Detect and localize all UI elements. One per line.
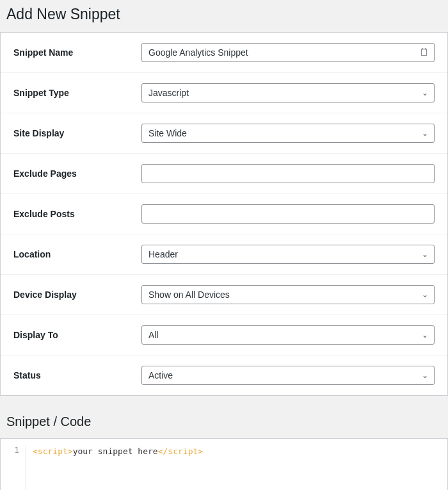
status-select[interactable]: Active Inactive bbox=[141, 366, 435, 385]
display-to-select[interactable]: All Logged In Logged Out bbox=[141, 325, 435, 345]
code-text: your snippet here bbox=[73, 445, 158, 459]
location-wrap: Header Footer Body ⌄ bbox=[141, 245, 435, 264]
snippet-type-wrap: Javascript CSS HTML PHP ⌄ bbox=[141, 83, 435, 102]
site-display-label: Site Display bbox=[13, 128, 141, 138]
page-title: Add New Snippet bbox=[0, 0, 448, 32]
device-display-select[interactable]: Show on All Devices Mobile Only Desktop … bbox=[141, 285, 435, 304]
location-row: Location Header Footer Body ⌄ bbox=[1, 234, 447, 275]
code-line-1: <script>your snippet here</script> bbox=[33, 445, 441, 459]
location-select[interactable]: Header Footer Body bbox=[141, 245, 435, 264]
device-display-row: Device Display Show on All Devices Mobil… bbox=[1, 275, 447, 315]
code-content: <script>your snippet here</script> bbox=[26, 445, 447, 490]
device-display-wrap: Show on All Devices Mobile Only Desktop … bbox=[141, 285, 435, 304]
snippet-name-row: Snippet Name 🗒 bbox=[1, 33, 447, 73]
line-number-1: 1 bbox=[14, 445, 19, 455]
snippet-name-icon: 🗒 bbox=[419, 47, 429, 58]
snippet-type-select[interactable]: Javascript CSS HTML PHP bbox=[141, 83, 435, 102]
exclude-posts-wrap bbox=[141, 204, 435, 224]
snippet-name-input[interactable] bbox=[141, 43, 435, 62]
exclude-posts-row: Exclude Posts bbox=[1, 194, 447, 234]
exclude-pages-label: Exclude Pages bbox=[13, 168, 141, 179]
device-display-label: Device Display bbox=[13, 290, 141, 300]
code-open-tag: <script> bbox=[33, 445, 73, 459]
snippet-name-label: Snippet Name bbox=[13, 47, 141, 58]
code-section-title: Snippet / Code bbox=[0, 409, 448, 438]
exclude-pages-wrap bbox=[141, 164, 435, 183]
site-display-wrap: Site Wide Selected Pages Selected Posts … bbox=[141, 124, 435, 143]
code-close-tag: </script> bbox=[158, 445, 203, 459]
status-row: Status Active Inactive ⌄ bbox=[1, 355, 447, 395]
site-display-select[interactable]: Site Wide Selected Pages Selected Posts bbox=[141, 124, 435, 143]
exclude-posts-input[interactable] bbox=[141, 204, 435, 224]
snippet-name-wrap: 🗒 bbox=[141, 43, 435, 62]
display-to-wrap: All Logged In Logged Out ⌄ bbox=[141, 325, 435, 345]
exclude-pages-row: Exclude Pages bbox=[1, 154, 447, 194]
code-area[interactable]: 1 <script>your snippet here</script> bbox=[1, 439, 447, 490]
line-numbers: 1 bbox=[1, 445, 26, 490]
site-display-row: Site Display Site Wide Selected Pages Se… bbox=[1, 113, 447, 154]
snippet-type-label: Snippet Type bbox=[13, 88, 141, 98]
location-label: Location bbox=[13, 249, 141, 259]
display-to-row: Display To All Logged In Logged Out ⌄ bbox=[1, 315, 447, 355]
snippet-form-card: Snippet Name 🗒 Snippet Type Javascript C… bbox=[0, 32, 448, 396]
exclude-posts-label: Exclude Posts bbox=[13, 209, 141, 219]
status-label: Status bbox=[13, 370, 141, 380]
exclude-pages-input[interactable] bbox=[141, 164, 435, 183]
display-to-label: Display To bbox=[13, 330, 141, 340]
code-editor-card: 1 <script>your snippet here</script> bbox=[0, 438, 448, 490]
snippet-type-row: Snippet Type Javascript CSS HTML PHP ⌄ bbox=[1, 73, 447, 113]
status-wrap: Active Inactive ⌄ bbox=[141, 366, 435, 385]
